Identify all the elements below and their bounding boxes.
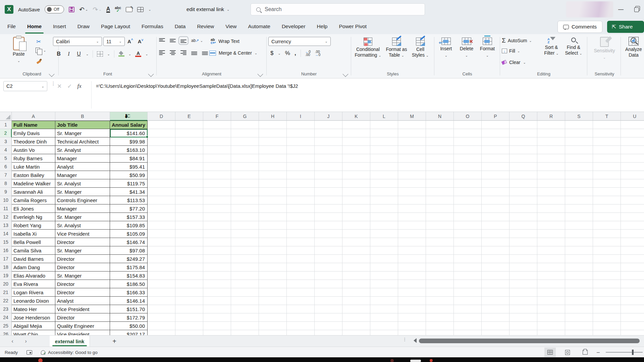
cell-G24[interactable]	[231, 313, 259, 322]
cell-F1[interactable]	[203, 121, 231, 129]
column-header-G[interactable]: G	[231, 112, 259, 121]
cell-M5[interactable]	[398, 154, 426, 163]
cell-O23[interactable]	[454, 305, 482, 313]
cell-U10[interactable]	[621, 196, 644, 204]
cell-Q20[interactable]	[509, 280, 537, 288]
cell-G9[interactable]	[231, 188, 259, 196]
cell-K5[interactable]	[342, 154, 370, 163]
cell-R22[interactable]	[537, 297, 565, 305]
cell-H10[interactable]	[259, 196, 287, 204]
cell-H26[interactable]	[259, 330, 287, 335]
cell-S18[interactable]	[565, 263, 593, 272]
cell-O17[interactable]	[454, 255, 482, 263]
cell-B9[interactable]: Sr. Manger	[55, 188, 110, 196]
cell-O1[interactable]	[454, 121, 482, 129]
font-name-select[interactable]: Calibri⌄	[53, 37, 102, 46]
cell-I3[interactable]	[287, 137, 315, 146]
cell-P4[interactable]	[482, 146, 509, 154]
cell-F11[interactable]	[203, 204, 231, 213]
cell-P18[interactable]	[482, 263, 509, 272]
cell-H24[interactable]	[259, 313, 287, 322]
find-select-button[interactable]: Find &Select ⌄	[564, 38, 584, 56]
cell-K19[interactable]	[342, 272, 370, 280]
cell-A3[interactable]: Theodore Dinh	[12, 137, 55, 146]
cell-G17[interactable]	[231, 255, 259, 263]
cell-R26[interactable]	[537, 330, 565, 335]
accessibility-status[interactable]: Accessibility: Good to go	[41, 350, 98, 355]
cell-S23[interactable]	[565, 305, 593, 313]
cell-G12[interactable]	[231, 213, 259, 221]
cell-D3[interactable]	[148, 137, 175, 146]
row-header-10[interactable]: 10	[0, 196, 12, 204]
cell-P15[interactable]	[482, 238, 509, 246]
cell-D26[interactable]	[148, 330, 175, 335]
document-title[interactable]: edit external link⌄	[186, 0, 229, 19]
cell-O6[interactable]	[454, 163, 482, 171]
cell-O5[interactable]	[454, 154, 482, 163]
tab-data[interactable]: Data	[174, 22, 186, 31]
cell-F2[interactable]	[203, 129, 231, 137]
row-header-7[interactable]: 7	[0, 171, 12, 179]
cell-N6[interactable]	[426, 163, 454, 171]
tab-power-pivot[interactable]: Power Pivot	[338, 22, 367, 31]
cell-L23[interactable]	[370, 305, 398, 313]
cell-A20[interactable]: Eva Rivera	[12, 280, 55, 288]
cell-K6[interactable]	[342, 163, 370, 171]
cell-B24[interactable]: Director	[55, 313, 110, 322]
cell-U25[interactable]	[621, 322, 644, 330]
autosave-toggle[interactable]: Off	[45, 5, 64, 13]
cell-J10[interactable]	[315, 196, 342, 204]
share-button[interactable]: ⇱ Share	[607, 21, 644, 33]
cell-R24[interactable]	[537, 313, 565, 322]
cell-C20[interactable]: $186.50	[110, 280, 148, 288]
cell-J2[interactable]	[315, 129, 342, 137]
cell-O18[interactable]	[454, 263, 482, 272]
cell-Q22[interactable]	[509, 297, 537, 305]
cell-C12[interactable]: $157.33	[110, 213, 148, 221]
number-format-select[interactable]: Currency⌄	[268, 37, 331, 46]
cell-M11[interactable]	[398, 204, 426, 213]
cell-S4[interactable]	[565, 146, 593, 154]
cell-N4[interactable]	[426, 146, 454, 154]
cell-S10[interactable]	[565, 196, 593, 204]
row-header-19[interactable]: 19	[0, 272, 12, 280]
cell-J26[interactable]	[315, 330, 342, 335]
cell-F9[interactable]	[203, 188, 231, 196]
cell-B8[interactable]: Sr. Analyst	[55, 179, 110, 188]
cell-G26[interactable]	[231, 330, 259, 335]
cell-G3[interactable]	[231, 137, 259, 146]
cell-B23[interactable]: Vice President	[55, 305, 110, 313]
tab-file[interactable]: File	[7, 22, 16, 31]
cell-U13[interactable]	[621, 221, 644, 230]
cell-S12[interactable]	[565, 213, 593, 221]
tab-view[interactable]: View	[225, 22, 237, 31]
cell-I15[interactable]	[287, 238, 315, 246]
cell-M7[interactable]	[398, 171, 426, 179]
cell-R1[interactable]	[537, 121, 565, 129]
cell-I26[interactable]	[287, 330, 315, 335]
cell-H4[interactable]	[259, 146, 287, 154]
cell-P10[interactable]	[482, 196, 509, 204]
cell-L21[interactable]	[370, 288, 398, 297]
cell-H3[interactable]	[259, 137, 287, 146]
cell-T25[interactable]	[593, 322, 621, 330]
excel-logo-icon[interactable]: X	[5, 5, 13, 14]
tab-review[interactable]: Review	[196, 22, 215, 31]
increase-font-button[interactable]: A^	[127, 38, 133, 44]
cell-Q1[interactable]	[509, 121, 537, 129]
cell-H6[interactable]	[259, 163, 287, 171]
cell-Q19[interactable]	[509, 272, 537, 280]
tab-insert[interactable]: Insert	[52, 22, 67, 31]
cell-C17[interactable]: $249.27	[110, 255, 148, 263]
zoom-slider[interactable]	[606, 352, 643, 353]
cell-M24[interactable]	[398, 313, 426, 322]
cell-E5[interactable]	[175, 154, 203, 163]
cell-P21[interactable]	[482, 288, 509, 297]
top-align-button[interactable]	[159, 38, 165, 43]
cell-J20[interactable]	[315, 280, 342, 288]
middle-align-button[interactable]	[170, 38, 176, 43]
cell-U4[interactable]	[621, 146, 644, 154]
cell-O3[interactable]	[454, 137, 482, 146]
cell-K16[interactable]	[342, 246, 370, 255]
cell-E14[interactable]	[175, 230, 203, 238]
